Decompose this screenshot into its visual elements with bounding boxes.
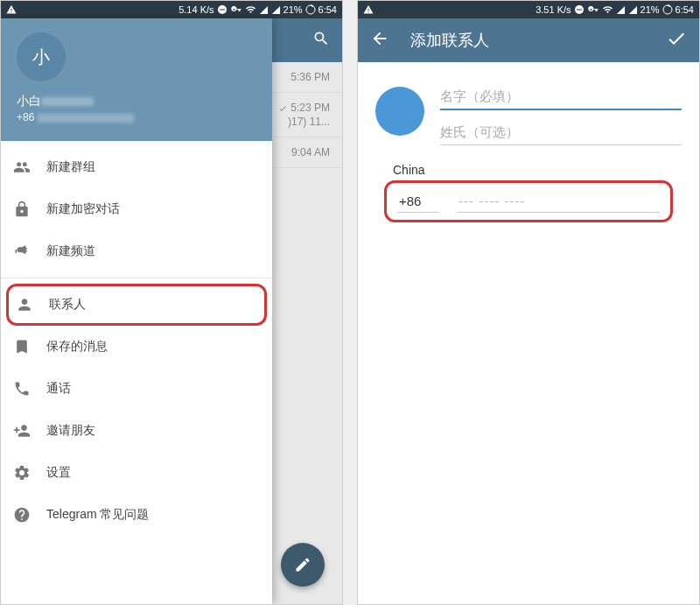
first-name-input[interactable] bbox=[440, 83, 682, 110]
compose-fab[interactable] bbox=[281, 543, 325, 587]
menu-label: 通话 bbox=[46, 381, 71, 397]
search-icon[interactable] bbox=[312, 30, 330, 51]
person-add-icon bbox=[13, 422, 46, 440]
svg-rect-4 bbox=[577, 10, 582, 11]
menu-label: Telegram 常见问题 bbox=[46, 507, 149, 523]
menu-label: 邀请朋友 bbox=[46, 423, 95, 439]
battery-circle-icon bbox=[305, 4, 316, 15]
clock-label: 6:54 bbox=[676, 4, 694, 15]
wifi-icon bbox=[602, 4, 613, 15]
drawer-menu: 新建群组 新建加密对话 新建频道 联系人 保存的消息 通话 bbox=[1, 141, 272, 604]
menu-label: 新建群组 bbox=[46, 159, 95, 175]
dnd-icon bbox=[217, 4, 228, 15]
clock-label: 6:54 bbox=[318, 4, 337, 15]
last-name-input[interactable] bbox=[440, 119, 682, 145]
wifi-icon bbox=[245, 4, 256, 15]
battery-percent-label: 21% bbox=[640, 4, 660, 15]
menu-faq[interactable]: Telegram 常见问题 bbox=[1, 494, 272, 536]
divider bbox=[1, 278, 272, 278]
done-icon[interactable] bbox=[666, 28, 687, 53]
vpn-key-icon bbox=[587, 4, 599, 15]
menu-label: 新建频道 bbox=[46, 243, 95, 259]
menu-settings[interactable]: 设置 bbox=[1, 452, 272, 494]
menu-saved-messages[interactable]: 保存的消息 bbox=[1, 326, 272, 368]
lock-icon bbox=[13, 200, 46, 218]
status-bar: 5.14 K/s 21% 6:54 bbox=[1, 1, 342, 18]
drawer-phone: +86 bbox=[17, 111, 256, 123]
svg-point-2 bbox=[306, 5, 315, 14]
signal-icon bbox=[616, 5, 626, 15]
warning-icon bbox=[363, 4, 374, 15]
menu-label: 新建加密对话 bbox=[46, 201, 120, 217]
menu-calls[interactable]: 通话 bbox=[1, 368, 272, 410]
battery-circle-icon bbox=[662, 4, 673, 15]
menu-secret-chat[interactable]: 新建加密对话 bbox=[1, 188, 272, 230]
svg-point-5 bbox=[663, 5, 672, 14]
country-selector[interactable]: China bbox=[393, 163, 673, 177]
group-icon bbox=[13, 158, 46, 176]
back-icon[interactable] bbox=[370, 29, 389, 52]
country-code-input[interactable]: +86 bbox=[397, 190, 439, 213]
drawer-header: 小 小白 +86 bbox=[1, 18, 272, 141]
phone-icon bbox=[13, 380, 46, 397]
menu-label: 设置 bbox=[46, 465, 71, 481]
signal-icon bbox=[271, 5, 281, 15]
page-title: 添加联系人 bbox=[410, 30, 666, 51]
contact-name-section bbox=[358, 62, 699, 154]
gear-icon bbox=[13, 464, 46, 482]
phone-drawer-screen: 5.14 K/s 21% 6:54 5:36 PM 5:23 PM )17) 1… bbox=[0, 0, 343, 605]
menu-invite[interactable]: 邀请朋友 bbox=[1, 410, 272, 452]
vpn-key-icon bbox=[230, 4, 242, 15]
avatar-initial: 小 bbox=[32, 46, 50, 69]
phone-number-input[interactable]: --- ---- ---- bbox=[457, 190, 660, 213]
menu-new-group[interactable]: 新建群组 bbox=[1, 146, 272, 188]
megaphone-icon bbox=[13, 243, 46, 260]
phone-add-contact-screen: 3.51 K/s 21% 6:54 添加联系人 bbox=[357, 0, 700, 605]
bookmark-icon bbox=[13, 338, 46, 355]
svg-rect-1 bbox=[220, 10, 225, 11]
phone-input-row: +86 --- ---- ---- bbox=[384, 180, 673, 222]
dnd-icon bbox=[574, 4, 584, 15]
menu-label: 联系人 bbox=[49, 297, 86, 313]
battery-percent-label: 21% bbox=[284, 4, 303, 15]
contact-avatar-placeholder[interactable] bbox=[375, 87, 424, 136]
network-speed-label: 5.14 K/s bbox=[178, 4, 214, 15]
person-icon bbox=[16, 296, 49, 313]
help-icon bbox=[13, 506, 46, 524]
menu-new-channel[interactable]: 新建频道 bbox=[1, 230, 272, 272]
drawer-username: 小白 bbox=[17, 94, 256, 109]
warning-icon bbox=[6, 4, 17, 15]
menu-label: 保存的消息 bbox=[46, 339, 108, 355]
status-bar: 3.51 K/s 21% 6:54 bbox=[358, 1, 699, 18]
signal-icon bbox=[259, 5, 269, 15]
avatar[interactable]: 小 bbox=[17, 32, 66, 81]
add-contact-toolbar: 添加联系人 bbox=[358, 18, 699, 62]
menu-contacts[interactable]: 联系人 bbox=[6, 284, 267, 326]
network-speed-label: 3.51 K/s bbox=[536, 4, 570, 15]
signal-icon bbox=[628, 5, 638, 15]
phone-section: China +86 --- ---- ---- bbox=[358, 154, 699, 231]
navigation-drawer: 小 小白 +86 新建群组 新建加密对话 新建频道 bbox=[1, 18, 272, 604]
